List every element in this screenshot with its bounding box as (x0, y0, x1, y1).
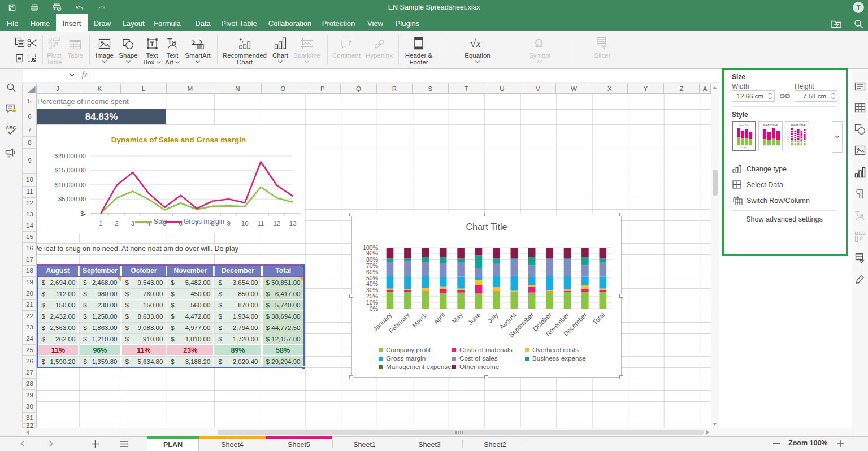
svg-text:Cost of sales: Cost of sales (459, 354, 498, 362)
svg-text:Business expense: Business expense (532, 354, 586, 362)
svg-text:Overhead costs: Overhead costs (532, 346, 579, 353)
svg-text:12: 12 (273, 220, 280, 227)
svg-text:13: 13 (289, 220, 297, 227)
svg-text:4: 4 (147, 220, 151, 227)
svg-text:Chart Title: Chart Title (739, 124, 749, 127)
svg-text:■ a ■ b: ■ a ■ b (740, 146, 747, 149)
svg-text:Management expenses: Management expenses (386, 363, 455, 370)
svg-text:10: 10 (241, 220, 249, 227)
svg-text:$5,000.00: $5,000.00 (58, 196, 86, 202)
svg-text:Costs of materials: Costs of materials (459, 346, 513, 353)
svg-text:CHART TITLE: CHART TITLE (791, 124, 806, 127)
svg-text:$-: $- (80, 210, 86, 217)
svg-text:0 20 40 60: 0 20 40 60 (787, 136, 789, 144)
svg-text:Chart Title: Chart Title (466, 222, 507, 232)
svg-text:6: 6 (179, 220, 183, 227)
svg-text:Dynamics of Sales and Gross ma: Dynamics of Sales and Gross margin (111, 136, 246, 144)
svg-text:1: 1 (99, 220, 102, 227)
svg-text:√x: √x (470, 37, 481, 49)
svg-text:11: 11 (258, 220, 264, 227)
svg-text:T: T (855, 210, 860, 218)
svg-text:0%: 0% (370, 305, 378, 312)
svg-text:9: 9 (227, 220, 231, 227)
svg-text:$10,000.00: $10,000.00 (55, 181, 86, 188)
svg-text:$15,000.00: $15,000.00 (55, 167, 86, 174)
svg-text:3: 3 (131, 220, 134, 227)
svg-text:Ω: Ω (535, 37, 543, 49)
svg-text:Gross margin: Gross margin (386, 354, 426, 362)
svg-text:Other income: Other income (459, 363, 499, 370)
svg-text:CHART TITLE: CHART TITLE (763, 124, 778, 127)
svg-text:Gross margin: Gross margin (184, 218, 224, 226)
svg-text:$20,000.00: $20,000.00 (55, 153, 86, 159)
svg-text:Company profit: Company profit (386, 346, 431, 353)
svg-text:2: 2 (115, 220, 118, 227)
svg-text:a: a (860, 211, 864, 219)
